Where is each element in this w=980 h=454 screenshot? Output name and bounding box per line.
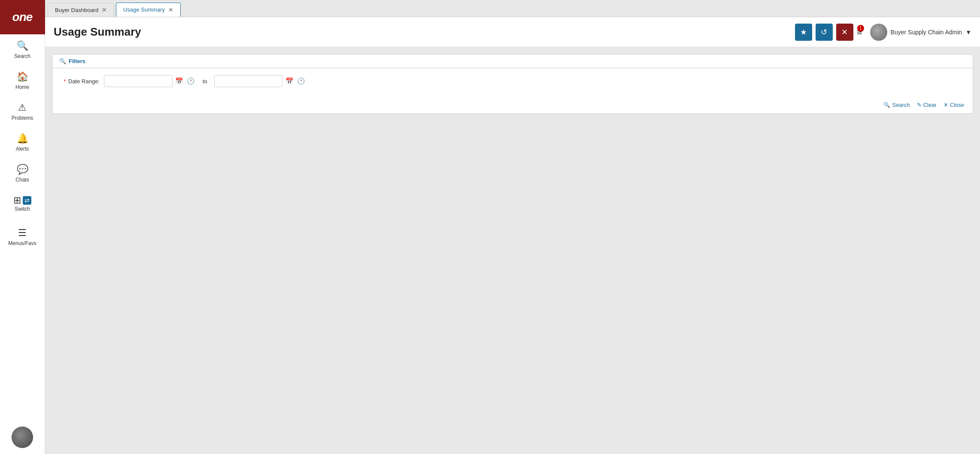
- sidebar-item-home[interactable]: 🏠 Home: [0, 65, 45, 96]
- sidebar-item-menus-favs[interactable]: ☰ Menus/Favs: [0, 221, 45, 252]
- sidebar-item-label: Search: [14, 53, 30, 59]
- refresh-icon: ↺: [821, 27, 827, 37]
- close-action-icon: ✕: [944, 102, 948, 108]
- sidebar-item-switch[interactable]: ⊞ ⇄ Switch: [0, 189, 45, 218]
- user-avatar[interactable]: [12, 427, 33, 448]
- close-label: Close: [950, 102, 964, 108]
- date-range-label: * Date Range:: [61, 78, 100, 85]
- content-area: 🔍 Filters * Date Range: 📅: [45, 47, 980, 454]
- app-logo[interactable]: one: [0, 0, 45, 34]
- sidebar-alerts-label: Alerts: [16, 146, 29, 152]
- sidebar-problems-label: Problems: [12, 115, 33, 121]
- calendar-icon: 📅: [175, 77, 183, 85]
- user-section[interactable]: Buyer Supply Chain Admin ▼: [870, 24, 971, 41]
- filter-actions: 🔍 Search ✎ Clear ✕ Close: [52, 98, 973, 113]
- date-from-input[interactable]: [104, 75, 173, 87]
- warning-icon: ⚠: [18, 102, 27, 113]
- filter-tab-bar: 🔍 Filters: [52, 54, 973, 68]
- page-header: Usage Summary ★ ↺ ✕ ≡ 1 Buyer Supply Cha…: [45, 17, 980, 47]
- main-content: Buyer Dashboard ✕ Usage Summary ✕ Usage …: [45, 0, 980, 454]
- tab-bar: Buyer Dashboard ✕ Usage Summary ✕: [45, 0, 980, 17]
- header-actions: ★ ↺ ✕ ≡ 1 Buyer Supply Chain Admin ▼: [795, 24, 971, 41]
- sidebar-chats-label: Chats: [15, 177, 29, 183]
- clear-action-icon: ✎: [917, 102, 922, 108]
- clock-icon: 🕐: [187, 77, 195, 85]
- home-icon: 🏠: [17, 71, 28, 82]
- clock-to-button[interactable]: 🕐: [296, 76, 306, 86]
- search-action-icon: 🔍: [883, 102, 890, 108]
- refresh-button[interactable]: ↺: [816, 24, 833, 41]
- sidebar-menus-label: Menus/Favs: [8, 240, 36, 246]
- sidebar-item-chats[interactable]: 💬 Chats: [0, 158, 45, 189]
- date-range-to-label: to: [203, 78, 207, 85]
- date-range-row: * Date Range: 📅 🕐 to: [61, 75, 964, 87]
- sidebar-item-search[interactable]: 🔍 Search: [0, 34, 45, 65]
- filters-tab[interactable]: 🔍 Filters: [52, 54, 92, 68]
- search-label: Search: [892, 102, 910, 108]
- tab-buyer-dashboard-close[interactable]: ✕: [102, 7, 107, 13]
- required-marker: *: [64, 78, 66, 85]
- date-to-input[interactable]: [214, 75, 283, 87]
- filter-search-icon: 🔍: [59, 58, 66, 64]
- sidebar-item-problems[interactable]: ⚠ Problems: [0, 96, 45, 127]
- filter-body: * Date Range: 📅 🕐 to: [52, 68, 973, 98]
- logo-text: one: [12, 10, 33, 24]
- close-icon: ✕: [841, 27, 848, 37]
- sidebar-switch-label: Switch: [15, 206, 30, 212]
- tab-usage-summary[interactable]: Usage Summary ✕: [116, 3, 181, 17]
- tab-buyer-dashboard-label: Buyer Dashboard: [55, 7, 98, 13]
- clear-link[interactable]: ✎ Clear: [917, 102, 937, 108]
- filter-panel: 🔍 Filters * Date Range: 📅: [52, 54, 973, 114]
- notification-badge: 1: [857, 25, 864, 32]
- menu-button[interactable]: ≡ 1: [857, 27, 862, 38]
- bell-icon: 🔔: [17, 133, 28, 144]
- calendar-to-button[interactable]: 📅: [285, 76, 294, 86]
- clear-label: Clear: [923, 102, 937, 108]
- tab-buyer-dashboard[interactable]: Buyer Dashboard ✕: [48, 3, 114, 17]
- clock-to-icon: 🕐: [297, 77, 305, 85]
- date-to-group: 📅 🕐: [214, 75, 306, 87]
- search-link[interactable]: 🔍 Search: [883, 102, 910, 108]
- chat-icon: 💬: [17, 164, 28, 175]
- tab-usage-summary-close[interactable]: ✕: [168, 7, 173, 13]
- close-page-button[interactable]: ✕: [836, 24, 853, 41]
- calendar-to-icon: 📅: [285, 77, 294, 85]
- filters-tab-label: Filters: [69, 58, 85, 64]
- user-name: Buyer Supply Chain Admin: [891, 29, 962, 36]
- menu-lines-icon: ☰: [18, 227, 27, 239]
- chevron-down-icon: ▼: [965, 29, 971, 36]
- page-title: Usage Summary: [54, 25, 795, 39]
- sidebar: one 🔍 Search 🏠 Home ⚠ Problems 🔔 Alerts …: [0, 0, 45, 454]
- avatar-image: [12, 427, 33, 448]
- star-icon: ★: [800, 27, 807, 37]
- search-icon: 🔍: [17, 40, 28, 51]
- date-from-group: 📅 🕐: [104, 75, 196, 87]
- close-link[interactable]: ✕ Close: [944, 102, 964, 108]
- sidebar-home-label: Home: [15, 84, 29, 90]
- switch-main-icon: ⊞: [13, 195, 21, 206]
- tab-usage-summary-label: Usage Summary: [123, 6, 165, 13]
- favorite-button[interactable]: ★: [795, 24, 812, 41]
- sidebar-item-alerts[interactable]: 🔔 Alerts: [0, 127, 45, 158]
- calendar-from-button[interactable]: 📅: [174, 76, 184, 86]
- user-avatar-small: [870, 24, 887, 41]
- clock-from-button[interactable]: 🕐: [186, 76, 196, 86]
- switch-badge-icon: ⇄: [23, 196, 31, 205]
